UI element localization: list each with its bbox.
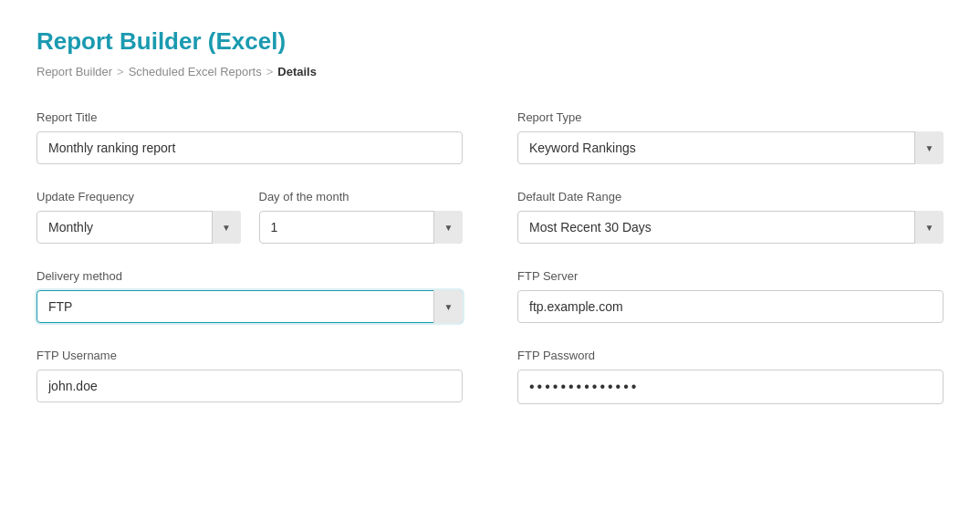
date-range-select[interactable]: Most Recent 30 Days Most Recent 7 Days M…: [517, 211, 944, 244]
update-frequency-subgroup: Update Frequency Monthly Weekly Daily ▼: [36, 190, 241, 244]
frequency-group: Update Frequency Monthly Weekly Daily ▼ …: [36, 190, 463, 244]
breadcrumb: Report Builder > Scheduled Excel Reports…: [36, 65, 944, 78]
report-type-label: Report Type: [517, 110, 944, 124]
date-range-group: Default Date Range Most Recent 30 Days M…: [517, 190, 944, 244]
update-frequency-select[interactable]: Monthly Weekly Daily: [36, 211, 241, 244]
page-title: Report Builder (Excel): [36, 27, 944, 56]
frequency-row: Update Frequency Monthly Weekly Daily ▼ …: [36, 190, 463, 244]
date-range-wrapper: Most Recent 30 Days Most Recent 7 Days M…: [517, 211, 944, 244]
ftp-server-label: FTP Server: [517, 269, 944, 283]
delivery-method-label: Delivery method: [36, 269, 463, 283]
page-container: Report Builder (Excel) Report Builder > …: [0, 0, 980, 457]
report-title-group: Report Title: [36, 110, 463, 164]
day-of-month-subgroup: Day of the month 1 2 3 5 10 15 20 25: [259, 190, 464, 244]
day-of-month-select[interactable]: 1 2 3 5 10 15 20 25 28: [259, 211, 464, 244]
delivery-method-wrapper: FTP Email S3 ▼: [36, 290, 463, 323]
ftp-server-group: FTP Server: [517, 269, 944, 323]
update-frequency-label: Update Frequency: [36, 190, 241, 203]
ftp-username-group: FTP Username: [36, 349, 463, 402]
breadcrumb-separator-2: >: [266, 65, 274, 78]
report-title-label: Report Title: [36, 110, 463, 124]
report-type-select[interactable]: Keyword Rankings Traffic Backlinks: [517, 131, 944, 164]
breadcrumb-scheduled-reports[interactable]: Scheduled Excel Reports: [129, 65, 262, 78]
update-frequency-wrapper: Monthly Weekly Daily ▼: [36, 211, 241, 244]
right-column: Report Type Keyword Rankings Traffic Bac…: [517, 110, 944, 430]
ftp-password-group: FTP Password: [517, 349, 944, 404]
date-range-label: Default Date Range: [517, 190, 944, 203]
day-of-month-wrapper: 1 2 3 5 10 15 20 25 28 ▼: [259, 211, 464, 244]
report-title-input[interactable]: [36, 131, 463, 164]
breadcrumb-report-builder[interactable]: Report Builder: [36, 65, 112, 78]
ftp-password-input[interactable]: [517, 370, 944, 404]
ftp-username-label: FTP Username: [36, 349, 463, 362]
delivery-method-select[interactable]: FTP Email S3: [36, 290, 463, 323]
breadcrumb-current: Details: [277, 65, 317, 78]
report-type-group: Report Type Keyword Rankings Traffic Bac…: [517, 110, 944, 164]
ftp-password-label: FTP Password: [517, 349, 944, 362]
ftp-server-input[interactable]: [517, 290, 944, 323]
delivery-method-group: Delivery method FTP Email S3 ▼: [36, 269, 463, 323]
ftp-username-input[interactable]: [36, 370, 463, 402]
breadcrumb-separator-1: >: [117, 65, 124, 78]
day-of-month-label: Day of the month: [259, 190, 464, 203]
form-grid: Report Title Update Frequency Monthly We…: [36, 110, 944, 430]
report-type-wrapper: Keyword Rankings Traffic Backlinks ▼: [517, 131, 944, 164]
left-column: Report Title Update Frequency Monthly We…: [36, 110, 463, 430]
